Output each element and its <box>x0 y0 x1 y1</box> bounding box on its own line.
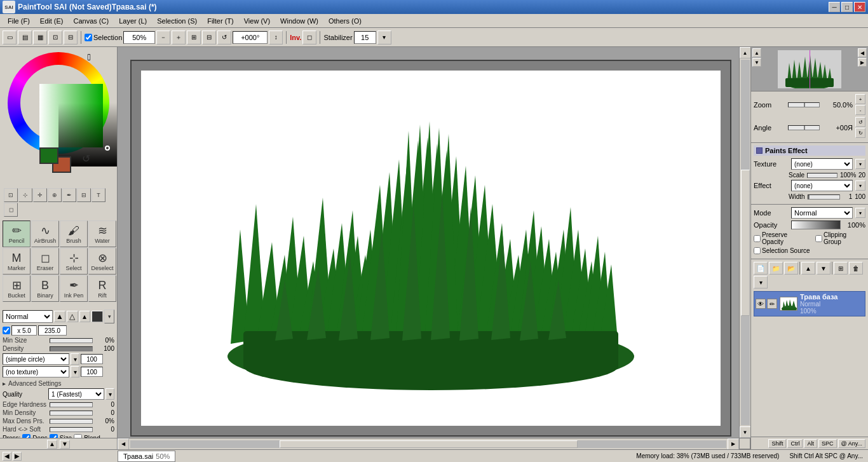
tb-btn-1[interactable]: ▭ <box>3 31 17 44</box>
tb-btn-5[interactable]: ⊟ <box>64 31 78 44</box>
bottom-right-arrow[interactable]: ▶ <box>13 452 22 461</box>
tool-select-lasso[interactable]: ⊹ <box>18 188 32 202</box>
tool-rift[interactable]: R Rift <box>88 275 116 302</box>
width-slider[interactable] <box>808 194 841 200</box>
canvas-tab[interactable]: Трава.sai 50% <box>118 451 175 462</box>
merge-layer-btn[interactable]: ⊞ <box>834 262 848 275</box>
brush-shape-2[interactable]: △ <box>67 311 78 322</box>
max-dens-slider[interactable] <box>50 419 93 424</box>
canvas-inner[interactable] <box>141 71 721 426</box>
new-layer-btn[interactable]: 📄 <box>754 262 768 275</box>
texture-value-input[interactable] <box>81 367 103 377</box>
zoom-nav-2[interactable]: - <box>855 105 865 115</box>
angle-slider[interactable] <box>788 125 820 130</box>
min-density-slider[interactable] <box>50 411 93 416</box>
layer-visibility-btn[interactable]: 👁 <box>756 299 766 309</box>
tool-select-rect[interactable]: ⊡ <box>4 188 18 202</box>
h-scroll-track[interactable] <box>130 440 726 448</box>
v-scroll-track[interactable] <box>741 60 750 425</box>
tool-eraser[interactable]: ◻ Eraser <box>31 248 59 275</box>
tool-select[interactable]: ⊹ Select <box>60 248 88 275</box>
tool-inkpen[interactable]: ✒ Ink Pen <box>60 275 88 302</box>
thumb-nav-btn-1[interactable]: ◀ <box>858 48 867 57</box>
mode-select[interactable]: Normal <box>791 207 853 219</box>
selection-checkbox[interactable] <box>85 34 92 41</box>
panel-down-btn[interactable]: ▼ <box>60 440 70 449</box>
menu-file[interactable]: File (F) <box>3 16 35 26</box>
min-size-slider[interactable] <box>50 338 93 343</box>
selection-source-checkbox[interactable] <box>754 247 761 254</box>
circle-value-input[interactable] <box>81 354 103 364</box>
size-checkbox[interactable] <box>3 327 10 334</box>
h-scroll-thumb[interactable] <box>280 440 578 448</box>
tool-airbrush[interactable]: ∿ AirBrush <box>31 221 59 247</box>
menu-layer[interactable]: Layer (L) <box>114 16 152 26</box>
color-square[interactable] <box>39 84 103 147</box>
tool-water[interactable]: ≋ Water <box>88 221 116 247</box>
close-button[interactable]: ✕ <box>854 2 865 12</box>
alt-btn[interactable]: Alt <box>804 439 817 448</box>
texture-arrow[interactable]: ▾ <box>855 159 865 169</box>
stabilizer-arrow[interactable]: ▾ <box>377 31 391 44</box>
tb-btn-3[interactable]: ▦ <box>33 31 47 44</box>
layer-item-grass[interactable]: 👁 ✏ Трава база <box>754 291 865 316</box>
scroll-right-btn[interactable]: ▶ <box>728 438 739 450</box>
quality-arrow[interactable]: ▾ <box>105 388 114 400</box>
move-layer-up-btn[interactable]: ▲ <box>801 262 815 275</box>
spc-btn[interactable]: SPC <box>818 439 837 448</box>
tool-fill[interactable]: ⊟ <box>77 188 91 202</box>
hard-soft-slider[interactable] <box>50 427 93 432</box>
menu-filter[interactable]: Filter (T) <box>202 16 239 26</box>
menu-edit[interactable]: Edit (E) <box>35 16 69 26</box>
clipping-group-checkbox[interactable] <box>815 235 822 242</box>
brush-mode-select[interactable]: Normal <box>3 310 53 323</box>
zoom-out-btn[interactable]: － <box>156 31 170 44</box>
color-wheel[interactable] <box>8 52 109 154</box>
canvas-area[interactable]: ▲ ▼ ◀ ▶ <box>118 47 750 449</box>
any-btn[interactable]: @ Any... <box>838 439 865 448</box>
brush-shape-4[interactable] <box>92 311 103 322</box>
tool-brush[interactable]: 🖌 Brush <box>60 221 88 247</box>
layer-more-btn[interactable]: ▾ <box>754 276 768 289</box>
rotate-btn[interactable]: ↺ <box>217 31 231 44</box>
tool-binary[interactable]: B Binary <box>31 275 59 302</box>
scroll-left-btn[interactable]: ◀ <box>118 438 129 450</box>
tool-pencil[interactable]: ✏ Pencil <box>3 221 31 247</box>
circle-type-arrow[interactable]: ▾ <box>71 353 79 365</box>
panel-up-btn[interactable]: ▲ <box>47 440 57 449</box>
layer-edit-btn[interactable]: ✏ <box>767 299 777 309</box>
maximize-button[interactable]: □ <box>841 2 853 12</box>
quality-select[interactable]: 1 (Fastest) <box>48 388 104 400</box>
delete-layer-btn[interactable]: 🗑 <box>849 262 863 275</box>
v-scroll-thumb[interactable] <box>741 170 750 316</box>
zoom-input[interactable] <box>123 31 155 44</box>
zoom-nav-1[interactable]: + <box>855 94 865 104</box>
move-layer-down-btn[interactable]: ▼ <box>817 262 831 275</box>
size-multiplier-input[interactable] <box>11 325 37 336</box>
shift-btn[interactable]: Shift <box>768 439 786 448</box>
opacity-slider[interactable] <box>791 221 841 229</box>
swap-colors-icon[interactable]: ↺ <box>82 153 90 165</box>
scroll-down-btn[interactable]: ▼ <box>740 426 751 438</box>
effect-arrow[interactable]: ▾ <box>855 180 865 191</box>
brush-more-btn[interactable]: ▾ <box>104 309 114 323</box>
tool-marker[interactable]: M Marker <box>3 248 31 275</box>
angle-nav-1[interactable]: ↺ <box>855 117 865 127</box>
tb-btn-2[interactable]: ▤ <box>18 31 32 44</box>
tool-zoom[interactable]: ⊕ <box>48 188 62 202</box>
menu-selection[interactable]: Selection (S) <box>152 16 202 26</box>
zoom-slider[interactable] <box>788 102 820 107</box>
tool-deselect[interactable]: ⊗ Deselect <box>88 248 116 275</box>
brush-shape-3[interactable]: ▴ <box>79 311 91 322</box>
tool-shape[interactable]: ◻ <box>4 203 18 217</box>
size-value-input[interactable] <box>38 325 67 336</box>
circle-type-select[interactable]: (simple circle) <box>3 353 69 365</box>
inv-btn[interactable]: ◻ <box>302 31 316 44</box>
open-folder-btn[interactable]: 📂 <box>784 262 798 275</box>
bottom-left-arrow[interactable]: ◀ <box>3 452 11 461</box>
texture-select[interactable]: (none) <box>791 158 853 170</box>
foreground-color-swatch[interactable] <box>39 147 58 164</box>
texture-type-arrow[interactable]: ▾ <box>71 366 79 377</box>
menu-view[interactable]: View (V) <box>239 16 275 26</box>
zoom-in-btn[interactable]: ＋ <box>172 31 186 44</box>
